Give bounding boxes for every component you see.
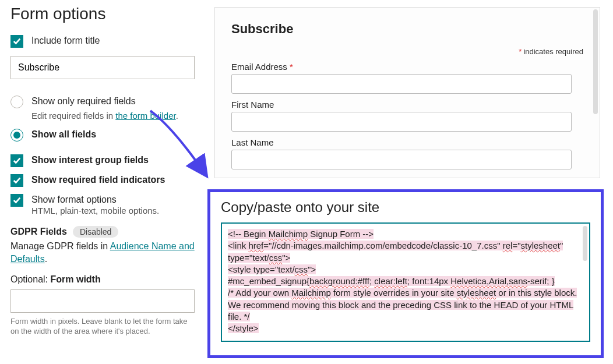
required-only-sub-post: . [176,111,178,121]
form-width-pre: Optional: [10,274,50,284]
first-name-input[interactable] [231,112,572,132]
copy-paste-panel: Copy/paste onto your site <!-- Begin Mai… [207,189,604,358]
gdpr-text-post: . [45,254,47,264]
gdpr-heading: GDPR Fields [10,227,67,237]
panel-title: Form options [10,5,203,23]
preview-title: Subscribe [231,22,583,37]
show-format-checkbox[interactable] [10,194,23,207]
show-required-only-label: Show only required fields [31,96,136,107]
show-format-label: Show format options [31,194,117,205]
form-width-bold: Form width [50,274,100,284]
show-required-ind-checkbox[interactable] [10,174,23,187]
email-label: Email Address [231,62,287,72]
include-title-label: Include form title [31,35,100,46]
gdpr-text-pre: Manage GDPR fields in [10,241,110,251]
code-title: Copy/paste onto your site [221,199,590,215]
show-all-fields-radio[interactable] [10,129,23,142]
include-title-checkbox[interactable] [10,35,23,48]
last-name-input[interactable] [231,150,572,169]
first-name-label: First Name [231,100,583,109]
show-format-sub: HTML, plain-text, mobile options. [31,206,203,215]
form-options-panel: Form options Include form title Show onl… [10,5,203,337]
form-width-input[interactable] [10,289,195,313]
asterisk-icon: * [290,62,293,72]
show-all-fields-label: Show all fields [31,129,96,140]
required-only-sub-pre: Edit required fields in [31,111,115,121]
show-interest-checkbox[interactable] [10,154,23,167]
asterisk-icon: * [519,47,522,56]
last-name-label: Last Name [231,137,583,147]
gdpr-badge: Disabled [73,226,118,238]
form-builder-link[interactable]: the form builder [115,111,175,121]
email-input[interactable] [231,74,572,94]
show-required-only-radio[interactable] [10,96,23,108]
form-title-input[interactable] [10,56,195,79]
show-interest-label: Show interest group fields [31,154,149,165]
required-note: indicates required [523,47,583,56]
embed-code-textarea[interactable]: <!-- Begin Mailchimp Signup Form --> <li… [221,222,590,342]
form-preview: Subscribe *indicates required Email Addr… [214,7,600,178]
show-required-ind-label: Show required field indicators [31,174,165,185]
form-width-hint: Form width in pixels. Leave blank to let… [10,316,197,337]
